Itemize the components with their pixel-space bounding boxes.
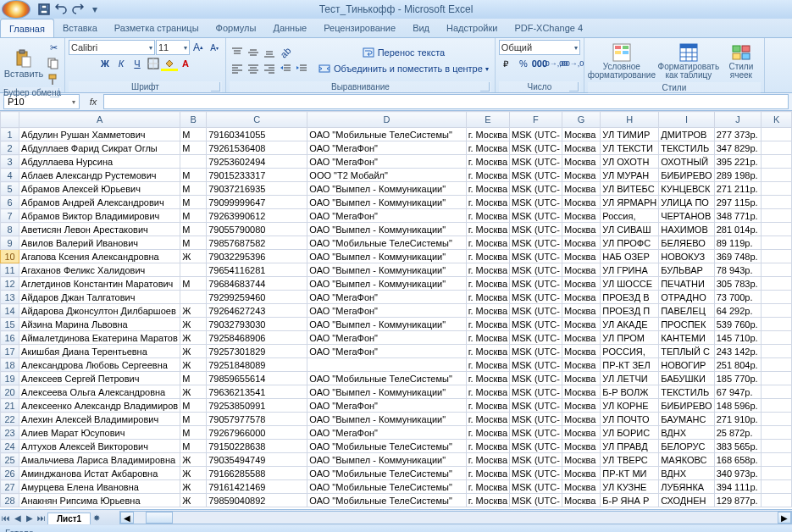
col-header-D[interactable]: D	[307, 112, 466, 128]
cell[interactable]: 79636213541	[207, 385, 307, 399]
cell[interactable]: Алексеенко Александр Владимиров	[19, 399, 180, 413]
cell[interactable]: НОВОГИР	[659, 358, 714, 372]
cell[interactable]: ОАО "Мобильные ТелеСистемы"	[307, 372, 466, 385]
cell[interactable]: 79099999647	[207, 196, 307, 209]
cell[interactable]: Москва	[562, 358, 600, 372]
cell[interactable]: БИБИРЕВО	[659, 399, 714, 413]
cell[interactable]: НОВОКУЗ	[659, 250, 714, 263]
percent-icon[interactable]: %	[516, 56, 531, 71]
cell[interactable]: 79654116281	[207, 263, 307, 277]
cell[interactable]: Аветисян Левон Арестакович	[19, 223, 180, 236]
col-header-E[interactable]: E	[466, 112, 509, 128]
cell[interactable]: Абрамов Алексей Юрьевич	[19, 182, 180, 196]
cell[interactable]: Москва	[562, 494, 600, 507]
cell[interactable]: MSK (UTC-	[510, 209, 562, 223]
cell[interactable]: г. Москва	[466, 426, 509, 440]
cell[interactable]: Абдуллаева Нурсина	[19, 155, 180, 169]
border-icon[interactable]	[146, 56, 161, 71]
cell[interactable]: 78 943р.	[714, 263, 762, 277]
row-header[interactable]: 13	[1, 291, 19, 304]
cell[interactable]: НАБ ОЗЕР	[601, 250, 659, 263]
cell[interactable]: КУНЦЕВСК	[659, 182, 714, 196]
cell[interactable]: Ж	[180, 250, 207, 263]
tab-надстройки[interactable]: Надстройки	[438, 19, 506, 37]
cell[interactable]: г. Москва	[466, 169, 509, 182]
cell[interactable]: ОАО "Мобильные ТелеСистемы"	[307, 494, 466, 507]
fx-button[interactable]: fx	[86, 95, 100, 108]
tab-nav-prev-icon[interactable]: ◀	[12, 512, 24, 524]
cell[interactable]: 383 565р.	[714, 440, 762, 453]
cell[interactable]: Айдаров Джан Талгатович	[19, 291, 180, 304]
cell[interactable]	[762, 128, 792, 141]
cell[interactable]	[180, 155, 207, 169]
undo-icon[interactable]	[53, 2, 69, 17]
cell[interactable]: УЛ ТВЕРС	[601, 453, 659, 467]
tab-рецензирование[interactable]: Рецензирование	[315, 19, 404, 37]
cell[interactable]	[762, 209, 792, 223]
cell[interactable]: MSK (UTC-	[510, 128, 562, 141]
cell[interactable]: Ж	[180, 453, 207, 467]
underline-button[interactable]: Ч	[130, 56, 145, 71]
cell[interactable]: Аблаев Александр Рустемович	[19, 169, 180, 182]
cell[interactable]: 79251848089	[207, 358, 307, 372]
cell[interactable]	[180, 291, 207, 304]
cell[interactable]: Агапова Ксения Александровна	[19, 250, 180, 263]
cell[interactable]	[762, 426, 792, 440]
cell[interactable]: MSK (UTC-	[510, 318, 562, 331]
cell[interactable]: М	[180, 372, 207, 385]
spreadsheet-grid[interactable]: ABCDEFGHIJK 1Абдулин Рушан ХамметовичМ79…	[0, 111, 792, 509]
select-all-cell[interactable]	[1, 112, 19, 128]
cell[interactable]: 271 211р.	[714, 182, 762, 196]
cell[interactable]: ОАО "Мобильные ТелеСистемы"	[307, 236, 466, 250]
cell[interactable]: ПЕЧАТНИ	[659, 277, 714, 291]
cell[interactable]: MSK (UTC-	[510, 399, 562, 413]
cell[interactable]: г. Москва	[466, 494, 509, 507]
cell[interactable]: ОАО "Вымпел - Коммуникации"	[307, 196, 466, 209]
row-header[interactable]: 21	[1, 399, 19, 413]
number-launcher-icon[interactable]	[569, 82, 579, 91]
cell[interactable]: г. Москва	[466, 413, 509, 426]
cell[interactable]: MSK (UTC-	[510, 331, 562, 345]
cell[interactable]: MSK (UTC-	[510, 141, 562, 155]
cell[interactable]: Б-Р ВОЛЖ	[601, 385, 659, 399]
increase-indent-icon[interactable]	[294, 61, 309, 76]
cell[interactable]: г. Москва	[466, 209, 509, 223]
col-header-H[interactable]: H	[601, 112, 659, 128]
cell[interactable]: MSK (UTC-	[510, 453, 562, 467]
cell[interactable]: г. Москва	[466, 236, 509, 250]
cell[interactable]: Москва	[562, 155, 600, 169]
cell[interactable]: 271 910р.	[714, 413, 762, 426]
italic-button[interactable]: К	[114, 56, 129, 71]
cell[interactable]: Абрамов Андрей Александрович	[19, 196, 180, 209]
cell[interactable]: УЛ МУРАН	[601, 169, 659, 182]
cell[interactable]	[762, 196, 792, 209]
cell[interactable]	[762, 304, 792, 318]
orientation-icon[interactable]: ab	[278, 45, 293, 60]
cell[interactable]: г. Москва	[466, 155, 509, 169]
cell[interactable]: MSK (UTC-	[510, 223, 562, 236]
cell[interactable]	[762, 385, 792, 399]
cell[interactable]: УЛ КОРНЕ	[601, 399, 659, 413]
row-header[interactable]: 10	[1, 250, 19, 263]
cell[interactable]: УЛ ЯРМАРН	[601, 196, 659, 209]
cell[interactable]: Москва	[562, 318, 600, 331]
cell[interactable]: Москва	[562, 223, 600, 236]
cell[interactable]: ТЕКСТИЛЬ	[659, 141, 714, 155]
cell[interactable]: Москва	[562, 182, 600, 196]
cell[interactable]: 79258468906	[207, 331, 307, 345]
cell[interactable]: г. Москва	[466, 263, 509, 277]
col-header-G[interactable]: G	[562, 112, 600, 128]
cell[interactable]: ОАО "Мобильные ТелеСистемы"	[307, 467, 466, 480]
cell[interactable]: Алтухов Алексей Викторович	[19, 440, 180, 453]
cell[interactable]: 79015233317	[207, 169, 307, 182]
cell[interactable]: М	[180, 277, 207, 291]
cell[interactable]: Амальчиева Лариса Владимировна	[19, 453, 180, 467]
cell[interactable]: MSK (UTC-	[510, 263, 562, 277]
paste-button[interactable]: Вставить	[3, 42, 44, 85]
qat-customize-icon[interactable]: ▾	[86, 2, 103, 17]
cell[interactable]: Ж	[180, 467, 207, 480]
align-left-icon[interactable]	[230, 61, 245, 76]
row-header[interactable]: 24	[1, 440, 19, 453]
cell[interactable]: г. Москва	[466, 331, 509, 345]
cell[interactable]: НАХИМОВ	[659, 223, 714, 236]
